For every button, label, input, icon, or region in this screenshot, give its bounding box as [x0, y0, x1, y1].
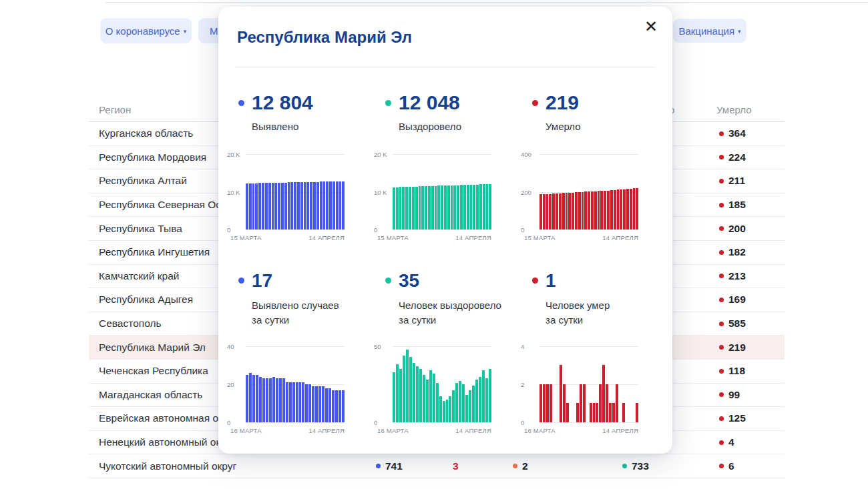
- bar: [290, 182, 293, 229]
- bar: [455, 383, 458, 422]
- bar: [470, 185, 473, 229]
- bar: [433, 374, 435, 422]
- nav-vaccination-label: Вакцинация: [678, 25, 734, 37]
- bar: [568, 193, 571, 229]
- bar: [332, 390, 335, 422]
- gridline: [246, 229, 345, 230]
- bar: [249, 373, 252, 422]
- table-row[interactable]: Чукотский автономный округ741327336: [89, 454, 785, 478]
- bar: [543, 384, 546, 422]
- bar: [437, 185, 440, 229]
- bar: [607, 191, 610, 229]
- stat-value: 35: [399, 269, 419, 293]
- x-axis-start-label: 15 МАРТА: [524, 234, 556, 241]
- dot-icon: [719, 131, 724, 136]
- deaths-value: 4: [719, 436, 734, 448]
- nav-about-label: О коронавирусе: [105, 25, 180, 37]
- dot-icon: [719, 440, 724, 445]
- y-axis-tick-label: 400: [521, 151, 537, 158]
- dot-icon: [238, 278, 244, 284]
- stat-label: за сутки: [252, 314, 289, 326]
- bar: [485, 378, 488, 422]
- bar: [612, 403, 615, 422]
- bar: [412, 187, 415, 229]
- stat-label: Человек выздоровело: [399, 300, 501, 311]
- bar: [278, 183, 280, 229]
- bar: [405, 187, 408, 229]
- deaths-daily-stat-column: 1Человек умерза сутки42016 МАРТА14 АПРЕЛ…: [521, 269, 668, 444]
- bar: [451, 185, 453, 229]
- bar: [584, 191, 587, 229]
- bar: [325, 388, 328, 422]
- bar: [313, 182, 316, 229]
- bar: [266, 378, 268, 422]
- x-axis-start-label: 15 МАРТА: [377, 234, 409, 241]
- bar: [333, 181, 335, 229]
- bar: [539, 194, 542, 229]
- bar: [393, 187, 395, 229]
- x-axis-labels: 15 МАРТА14 АПРЕЛЯ: [377, 234, 491, 241]
- dot-icon: [532, 278, 538, 284]
- bar: [393, 372, 395, 422]
- confirmed-value: 741: [376, 460, 403, 472]
- nav-about-coronavirus-button[interactable]: О коронавирусе ▾: [100, 18, 192, 43]
- stat-value: 219: [546, 90, 579, 115]
- bar: [269, 378, 272, 422]
- region-name: Ненецкий автономный округ: [99, 436, 235, 448]
- stat-value: 17: [252, 269, 272, 293]
- bar: [268, 183, 271, 229]
- stat-label: за сутки: [399, 314, 436, 326]
- dot-icon: [719, 250, 724, 255]
- bar: [609, 403, 612, 422]
- bar: [315, 386, 318, 422]
- x-axis-end-label: 14 АПРЕЛЯ: [455, 234, 491, 241]
- nav-vaccination-button[interactable]: Вакцинация ▾: [673, 19, 746, 43]
- dot-icon: [719, 155, 724, 159]
- bar: [428, 186, 431, 229]
- bar: [323, 181, 326, 229]
- x-axis-labels: 16 МАРТА14 АПРЕЛЯ: [524, 427, 638, 434]
- deaths-value: 185: [719, 199, 746, 211]
- bar: [289, 382, 292, 422]
- bar: [339, 390, 341, 422]
- bar: [469, 390, 471, 422]
- deaths-value: 125: [719, 412, 746, 424]
- region-name: Магаданская область: [99, 389, 202, 401]
- recovered-daily-chart: [393, 346, 491, 422]
- bar: [246, 375, 248, 422]
- deaths-value: 182: [719, 246, 746, 258]
- deaths-value: 6: [719, 460, 734, 472]
- region-name: Республика Марий Эл: [99, 342, 206, 354]
- bar: [572, 193, 574, 229]
- x-axis-end-label: 14 АПРЕЛЯ: [308, 234, 345, 241]
- bar: [476, 185, 479, 229]
- bar: [636, 403, 638, 422]
- bar: [262, 183, 264, 229]
- bar: [449, 396, 451, 422]
- bar: [559, 193, 562, 229]
- bar: [282, 378, 285, 422]
- bar: [326, 181, 329, 229]
- deaths-value: 169: [719, 294, 746, 306]
- close-icon[interactable]: ✕: [640, 16, 662, 37]
- bar: [580, 384, 582, 422]
- bar: [576, 403, 579, 422]
- bar: [546, 194, 549, 229]
- bar: [460, 185, 463, 229]
- bar: [453, 185, 456, 229]
- bar: [399, 187, 402, 229]
- deaths-value: 211: [719, 175, 745, 187]
- bar: [622, 403, 625, 422]
- y-axis-tick-label: 40: [227, 343, 243, 350]
- deaths-total-bars: [539, 154, 638, 229]
- dot-icon: [719, 322, 724, 326]
- bar: [312, 386, 314, 422]
- confirmed-daily-stat-column: 17Выявлено случаевза сутки4020016 МАРТА1…: [227, 269, 374, 444]
- confirmed-total-stat-column: 12 804Выявлено20 K10 K015 МАРТА14 АПРЕЛЯ: [227, 90, 374, 257]
- bar: [318, 386, 321, 422]
- bar: [604, 191, 606, 229]
- dot-icon: [719, 392, 724, 397]
- bar: [593, 403, 596, 422]
- bar: [316, 182, 319, 229]
- region-name: Чеченская Республика: [99, 365, 208, 377]
